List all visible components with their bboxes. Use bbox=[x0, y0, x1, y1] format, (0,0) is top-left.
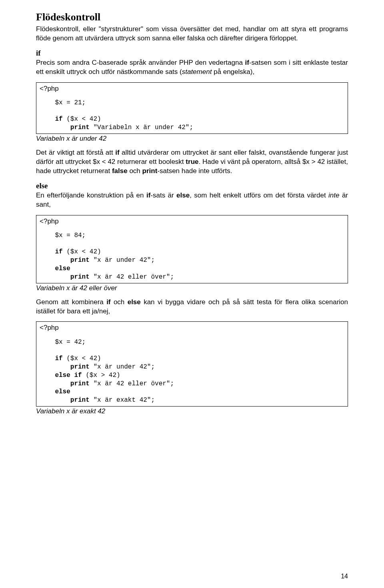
print-bold: print bbox=[142, 167, 158, 175]
page-container: Flödeskontroll Flödeskontroll, eller "st… bbox=[0, 0, 384, 588]
inte-italic: inte bbox=[328, 191, 339, 199]
statement-italic: statement bbox=[182, 68, 212, 76]
if-heading: if bbox=[36, 49, 348, 58]
intro-paragraph: Flödeskontroll, eller "styrstrukturer" s… bbox=[36, 25, 348, 43]
code-content: $x = 84; if ($x < 42) print "x är under … bbox=[40, 231, 344, 281]
page-title: Flödeskontroll bbox=[36, 11, 348, 23]
paragraph-2: Det är viktigt att förstå att if alltid … bbox=[36, 148, 348, 176]
if-bold: if bbox=[106, 298, 110, 306]
code-content: $x = 21; if ($x < 42) print "Variabeln x… bbox=[40, 99, 344, 132]
if-bold: if bbox=[115, 149, 119, 156]
text: -satsen hade inte utförts. bbox=[157, 167, 232, 175]
paragraph-3: Genom att kombinera if och else kan vi b… bbox=[36, 298, 348, 316]
text: , som helt enkelt utförs om det första v… bbox=[190, 191, 328, 199]
text: Genom att kombinera bbox=[36, 298, 106, 306]
text: på engelska), bbox=[212, 68, 254, 76]
text: En efterföljande konstruktion på en bbox=[36, 191, 146, 199]
code-block-1: <?php $x = 21; if ($x < 42) print "Varia… bbox=[36, 82, 348, 134]
false-bold: false bbox=[112, 167, 128, 175]
code-block-3: <?php $x = 42; if ($x < 42) print "x är … bbox=[36, 321, 348, 406]
result-3: Variabeln x är exakt 42 bbox=[36, 407, 348, 415]
php-open-tag: <?php bbox=[40, 217, 59, 225]
text: Det är viktigt att förstå att bbox=[36, 149, 115, 156]
else-heading: else bbox=[36, 181, 348, 190]
if-bold: if bbox=[245, 59, 249, 66]
text: -sats är bbox=[150, 191, 176, 199]
php-open-tag: <?php bbox=[40, 85, 59, 92]
result-2: Variabeln x är 42 eller över bbox=[36, 284, 348, 292]
if-paragraph: Precis som andra C-baserade språk använd… bbox=[36, 58, 348, 77]
result-1: Variabeln x är under 42 bbox=[36, 135, 348, 143]
if-bold: if bbox=[146, 191, 150, 199]
code-block-2: <?php $x = 84; if ($x < 42) print "x är … bbox=[36, 215, 348, 283]
text: och bbox=[111, 298, 128, 306]
else-paragraph: En efterföljande konstruktion på en if-s… bbox=[36, 191, 348, 209]
text: Precis som andra C-baserade språk använd… bbox=[36, 59, 245, 66]
else-bold: else bbox=[176, 191, 190, 199]
page-number: 14 bbox=[341, 573, 348, 580]
else-bold: else bbox=[128, 298, 141, 306]
true-bold: true bbox=[186, 158, 198, 165]
php-open-tag: <?php bbox=[40, 324, 59, 331]
code-content: $x = 42; if ($x < 42) print "x är under … bbox=[40, 338, 344, 405]
text: och bbox=[128, 167, 142, 175]
